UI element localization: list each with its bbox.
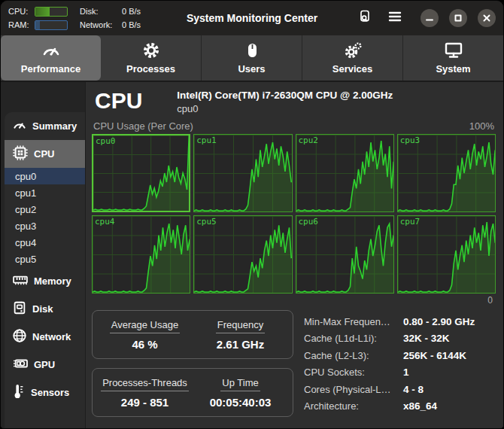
chart-core-label: cpu5 <box>196 217 217 227</box>
core-chart-cpu0[interactable]: cpu0 <box>92 134 190 212</box>
detail-label: Cache (L2-L3): <box>304 350 403 361</box>
close-button[interactable] <box>478 9 496 27</box>
gear-icon <box>142 41 160 59</box>
sidebar-item-label: Memory <box>34 275 71 287</box>
gpu-icon <box>12 357 29 373</box>
sidebar-item-summary[interactable]: Summary <box>5 112 85 140</box>
detail-value: 256K - 6144K <box>403 350 466 361</box>
uptime-label: Up Time <box>220 377 260 391</box>
sidebar-item-label: Disk <box>32 303 53 315</box>
sidebar-item-disk[interactable]: Disk <box>5 295 85 323</box>
cpu-meter-label: CPU: <box>8 7 31 16</box>
chart-core-label: cpu2 <box>299 135 319 145</box>
sidebar-item-label: Summary <box>32 120 77 132</box>
core-chart-cpu1[interactable]: cpu1 <box>193 134 292 212</box>
average-usage-label: Average Usage <box>110 319 180 333</box>
core-chart-cpu2[interactable]: cpu2 <box>296 134 394 212</box>
tab-label: Processes <box>126 63 175 75</box>
detail-label: Cores (Physical-L… <box>304 384 403 395</box>
sidebar-item-label: Sensors <box>31 387 69 398</box>
chip-icon <box>12 145 29 163</box>
app-window: CPU: RAM: Disk: 0 B/s Network: 0 B/s <box>0 0 504 429</box>
close-icon <box>483 11 490 25</box>
tab-performance[interactable]: Performance <box>1 35 101 81</box>
resource-meters: CPU: RAM: <box>8 6 68 30</box>
sidebar-item-network[interactable]: Network <box>5 323 85 351</box>
processes-uptime-box: Processes-Threads 249 - 851 Up Time 00:0… <box>92 368 293 417</box>
core-label: cpu1 <box>15 187 36 199</box>
per-core-charts: cpu0 cpu1 cpu2 cpu3 cpu4 <box>92 134 496 294</box>
hamburger-icon <box>388 11 402 25</box>
y-axis-max-label: 100% <box>469 120 494 132</box>
search-icon <box>357 9 372 27</box>
globe-icon <box>12 328 27 345</box>
sidebar-item-cpu[interactable]: CPU <box>5 140 85 168</box>
disk-rate-value: 0 B/s <box>122 7 141 16</box>
cpu-model: Intel(R) Core(TM) i7-2630QM CPU @ 2.00GH… <box>177 90 393 101</box>
detail-row: Architecture: x86_64 <box>304 398 496 415</box>
frequency-label: Frequency <box>216 319 265 333</box>
sidebar-item-sensors[interactable]: Sensors <box>5 379 85 406</box>
thermometer-icon <box>12 383 26 402</box>
selected-device-name: cpu0 <box>177 103 393 114</box>
usage-frequency-box: Average Usage 46 % Frequency 2.61 GHz <box>92 310 293 359</box>
core-chart-cpu6[interactable]: cpu6 <box>296 215 394 294</box>
window-title: System Monitoring Center <box>187 12 317 24</box>
core-list: cpu0 cpu1 cpu2 cpu3 cpu4 cpu5 <box>5 168 85 267</box>
cpu-usage-meter-fill <box>35 8 50 16</box>
core-chart-cpu7[interactable]: cpu7 <box>397 215 496 294</box>
chart-core-label: cpu6 <box>299 217 319 227</box>
sidebar-item-label: CPU <box>34 148 54 160</box>
sidebar-item-label: GPU <box>34 359 55 370</box>
tab-services[interactable]: Services <box>302 35 403 81</box>
detail-value: x86_64 <box>403 400 437 412</box>
core-item-cpu5[interactable]: cpu5 <box>5 251 85 267</box>
tab-processes[interactable]: Processes <box>101 35 202 81</box>
minimize-button[interactable] <box>421 9 439 27</box>
search-button[interactable] <box>356 9 374 27</box>
detail-row: CPU Sockets: 1 <box>304 364 496 382</box>
chart-core-label: cpu4 <box>95 217 115 227</box>
page-title: CPU <box>95 90 142 112</box>
tab-label: Users <box>238 63 265 75</box>
core-label: cpu3 <box>15 221 36 232</box>
detail-label: CPU Sockets: <box>304 367 403 378</box>
detail-label: Min-Max Frequen… <box>304 316 403 327</box>
core-label: cpu0 <box>15 171 36 182</box>
ram-icon <box>12 274 29 288</box>
maximize-icon <box>454 11 462 25</box>
menu-button[interactable] <box>386 9 404 27</box>
core-item-cpu1[interactable]: cpu1 <box>5 184 85 201</box>
detail-row: Min-Max Frequen… 0.80 - 2.90 GHz <box>304 313 496 330</box>
sidebar-item-gpu[interactable]: GPU <box>5 351 85 379</box>
maximize-button[interactable] <box>449 9 467 27</box>
processes-threads-value: 249 - 851 <box>97 396 193 409</box>
sidebar-item-memory[interactable]: Memory <box>5 267 85 295</box>
sidebar: Summary <box>1 82 85 428</box>
core-item-cpu4[interactable]: cpu4 <box>5 234 85 251</box>
core-chart-cpu5[interactable]: cpu5 <box>193 215 292 294</box>
core-chart-cpu3[interactable]: cpu3 <box>397 134 496 212</box>
tab-system[interactable]: System <box>403 35 503 81</box>
core-item-cpu3[interactable]: cpu3 <box>5 218 85 234</box>
core-chart-cpu4[interactable]: cpu4 <box>92 215 190 294</box>
disk-icon <box>12 300 27 318</box>
core-item-cpu0[interactable]: cpu0 <box>5 168 85 184</box>
core-label: cpu4 <box>15 237 36 248</box>
detail-row: Cache (L1d-L1i): 32K - 32K <box>304 330 496 348</box>
monitor-icon <box>444 41 463 59</box>
usage-chart-title: CPU Usage (Per Core) <box>93 120 193 132</box>
sidebar-item-label: Network <box>32 331 71 342</box>
minimize-icon <box>426 11 433 25</box>
uptime-value: 00:05:40:03 <box>193 396 288 409</box>
core-item-cpu2[interactable]: cpu2 <box>5 201 85 218</box>
mouse-icon <box>244 41 260 59</box>
chart-core-label: cpu1 <box>196 135 217 145</box>
tab-label: Performance <box>21 63 80 75</box>
frequency-value: 2.61 GHz <box>193 338 288 351</box>
chart-core-label: cpu0 <box>96 136 116 146</box>
ram-usage-meter <box>35 20 68 30</box>
detail-row: Cache (L2-L3): 256K - 6144K <box>304 347 496 364</box>
tab-users[interactable]: Users <box>202 35 302 81</box>
ram-usage-meter-fill <box>35 21 40 29</box>
